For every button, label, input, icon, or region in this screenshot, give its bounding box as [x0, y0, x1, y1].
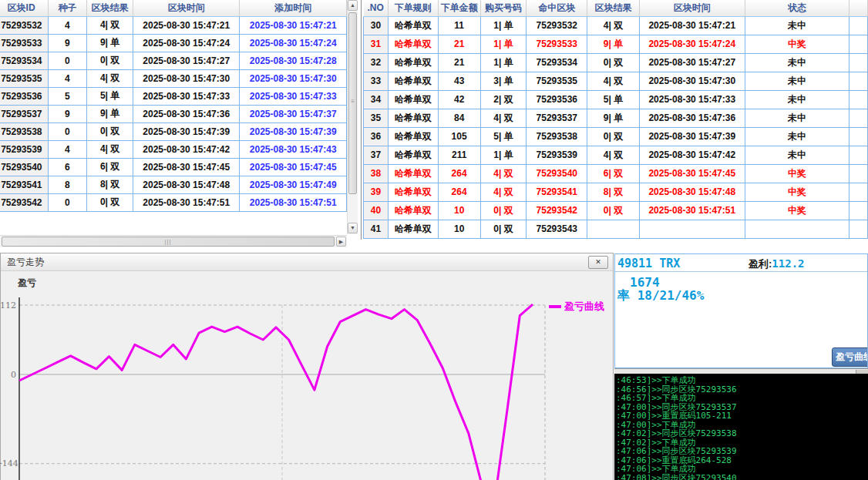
- table-row[interactable]: 38哈希单双2644| 双752935406| 双2025-08-30 15:4…: [364, 164, 868, 183]
- cell: 5| 单: [480, 127, 527, 146]
- cell: 未中: [745, 90, 849, 109]
- table-row[interactable]: 7529354200| 双2025-08-30 15:47:512025-08-…: [0, 193, 347, 211]
- cell: 2025-08-30 15:47:28: [240, 52, 347, 69]
- cell: 0: [48, 193, 86, 211]
- table-row[interactable]: 39哈希单双2644| 双752935418| 双2025-08-30 15:4…: [364, 183, 868, 201]
- cell: 6: [48, 158, 86, 176]
- cell: 4| 双: [480, 164, 527, 183]
- table-row[interactable]: 30哈希单双111| 单752935324| 双2025-08-30 15:47…: [364, 16, 868, 35]
- stats-header-row: 49811 TRX 盈利:112.2: [615, 254, 867, 272]
- scroll-right-icon[interactable]: ▶: [336, 237, 346, 247]
- cell: 0| 双: [587, 53, 640, 72]
- column-header[interactable]: 种子: [48, 0, 86, 16]
- log-console[interactable]: :46:53]>>下单成功:46:56]>>同步区块75293536:46:57…: [614, 374, 868, 480]
- table-row[interactable]: 7529353655| 单2025-08-30 15:47:332025-08-…: [0, 87, 347, 105]
- cell: 41: [364, 220, 389, 238]
- column-header[interactable]: [849, 0, 868, 16]
- cell: 哈希单双: [388, 183, 438, 201]
- cell: 0| 双: [587, 127, 640, 146]
- column-header[interactable]: 区块结果: [87, 0, 133, 16]
- cell: 2025-08-30 15:47:51: [639, 201, 745, 220]
- app-window: 区块ID种子区块结果区块时间添加时间7529353244| 双2025-08-3…: [0, 0, 868, 480]
- cell: 21: [438, 35, 480, 53]
- cell: 2025-08-30 15:47:27: [639, 53, 745, 72]
- chart-window-titlebar[interactable]: 盈亏走势 ✕: [1, 253, 613, 271]
- cell: 2| 双: [480, 90, 527, 109]
- column-header[interactable]: 添加时间: [240, 0, 347, 16]
- cell: 2025-08-30 15:47:42: [133, 140, 240, 158]
- column-header[interactable]: 区块时间: [639, 0, 745, 16]
- table-row[interactable]: 37哈希单双2111| 单752935394| 双2025-08-30 15:4…: [364, 146, 868, 164]
- cell: 75293538: [527, 127, 587, 146]
- cell: 2025-08-30 15:47:21: [240, 16, 347, 34]
- cell: 0| 双: [587, 201, 640, 220]
- table-row[interactable]: 7529353799| 单2025-08-30 15:47:362025-08-…: [0, 105, 347, 123]
- cell: 4: [48, 69, 86, 87]
- table-row[interactable]: 7529353544| 双2025-08-30 15:47:302025-08-…: [0, 69, 347, 87]
- vertical-scroll-thumb[interactable]: ≡: [348, 12, 357, 194]
- cell: 哈希单双: [388, 220, 438, 238]
- cell: 6| 双: [587, 164, 640, 183]
- cell: 2025-08-30 15:47:21: [639, 16, 745, 35]
- cell: 37: [364, 146, 389, 164]
- scroll-down-icon[interactable]: ▼: [348, 223, 358, 233]
- cell: 75293541: [0, 176, 48, 193]
- cell: 2025-08-30 15:47:33: [133, 87, 240, 105]
- cell: [849, 183, 868, 201]
- cell: 1| 单: [480, 146, 527, 164]
- table-row[interactable]: 32哈希单双211| 单752935340| 双2025-08-30 15:47…: [364, 53, 868, 72]
- cell: 1| 单: [480, 35, 527, 53]
- left-table-horizontal-scrollbar[interactable]: ||| ▶: [0, 235, 347, 247]
- cell: 1| 单: [480, 16, 527, 35]
- cell: [849, 109, 868, 127]
- scroll-up-icon[interactable]: ▲: [348, 0, 358, 11]
- table-row[interactable]: 35哈希单双844| 双752935379| 单2025-08-30 15:47…: [364, 109, 868, 127]
- profit-chart-window: 盈亏走势 ✕ 盈亏 112 0 -144 盈亏曲线: [0, 253, 614, 480]
- column-header[interactable]: 命中区块: [527, 0, 587, 16]
- cell: 中奖: [745, 183, 849, 201]
- table-row[interactable]: 7529353944| 双2025-08-30 15:47:422025-08-…: [0, 140, 347, 158]
- column-header[interactable]: 状态: [745, 0, 849, 16]
- table-row[interactable]: 33哈希单双433| 单752935354| 双2025-08-30 15:47…: [364, 72, 868, 90]
- table-row[interactable]: 7529354188| 双2025-08-30 15:47:482025-08-…: [0, 176, 347, 193]
- table-row[interactable]: 7529353800| 双2025-08-30 15:47:392025-08-…: [0, 123, 347, 140]
- cell: [849, 127, 868, 146]
- cell: 2025-08-30 15:47:39: [240, 123, 347, 140]
- console-horizontal-scrollbar[interactable]: [614, 368, 868, 374]
- column-header[interactable]: 下单规则: [388, 0, 438, 16]
- cell: 75293533: [527, 35, 587, 53]
- column-header[interactable]: 区块时间: [133, 0, 240, 16]
- table-row[interactable]: 7529354066| 双2025-08-30 15:47:452025-08-…: [0, 158, 347, 176]
- cell: 4| 双: [587, 146, 640, 164]
- cell: 264: [438, 183, 480, 201]
- horizontal-scroll-thumb[interactable]: |||: [2, 237, 335, 247]
- cell: 哈希单双: [388, 164, 438, 183]
- table-row[interactable]: 31哈希单双211| 单752935339| 单2025-08-30 15:47…: [364, 35, 868, 53]
- cell: 8: [48, 176, 86, 193]
- cell: [849, 53, 868, 72]
- table-row[interactable]: 7529353244| 双2025-08-30 15:47:212025-08-…: [0, 16, 347, 34]
- close-icon[interactable]: ✕: [588, 256, 608, 269]
- table-row[interactable]: 41哈希单双100| 双75293543: [364, 220, 868, 238]
- chart-window-title: 盈亏走势: [7, 257, 44, 267]
- cell: [639, 220, 745, 238]
- column-header[interactable]: 下单金额: [438, 0, 480, 16]
- cell: 哈希单双: [388, 35, 438, 53]
- column-header[interactable]: 购买号码: [480, 0, 527, 16]
- table-row[interactable]: 7529353400| 双2025-08-30 15:47:272025-08-…: [0, 52, 347, 69]
- table-row[interactable]: 40哈希单双100| 双752935420| 双2025-08-30 15:47…: [364, 201, 868, 220]
- table-row[interactable]: 34哈希单双422| 双752935365| 单2025-08-30 15:47…: [364, 90, 868, 109]
- table-row[interactable]: 36哈希单双1055| 单752935380| 双2025-08-30 15:4…: [364, 127, 868, 146]
- cell: 2025-08-30 15:47:51: [240, 193, 347, 211]
- cell: 哈希单双: [388, 146, 438, 164]
- cell: 75293542: [0, 193, 48, 211]
- cell: 2025-08-30 15:47:43: [240, 140, 347, 158]
- column-header[interactable]: 区块结果: [587, 0, 640, 16]
- column-header[interactable]: 区块ID: [0, 0, 48, 16]
- cell: 2025-08-30 15:47:36: [133, 105, 240, 123]
- table-row[interactable]: 7529353399| 单2025-08-30 15:47:242025-08-…: [0, 34, 347, 52]
- profit-curve-button[interactable]: 盈亏曲线: [832, 347, 868, 367]
- left-table-vertical-scrollbar[interactable]: ▲ ≡ ▼: [347, 0, 358, 234]
- column-header[interactable]: .NO: [364, 0, 389, 16]
- cell: 未中: [745, 72, 849, 90]
